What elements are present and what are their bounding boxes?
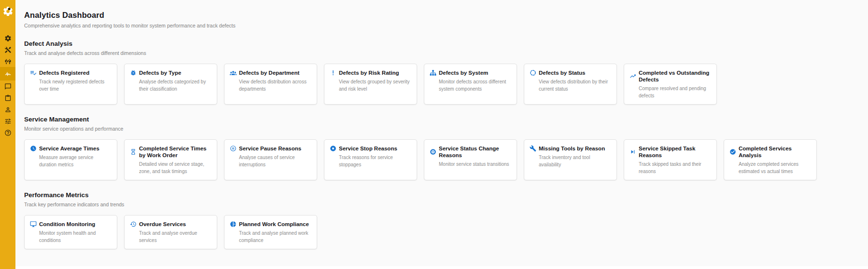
bug-icon-wrap [130, 69, 137, 76]
trending-up-icon-wrap [630, 73, 636, 80]
card-description: Track inventory and tool availability [539, 154, 611, 168]
card-completed-vs-outstanding-defects[interactable]: Completed vs Outstanding Defects Compare… [624, 64, 717, 105]
card-header: Planned Work Compliance [230, 221, 311, 228]
tools-icon [4, 46, 12, 54]
card-header: Service Pause Reasons [230, 145, 311, 152]
card-header: Defects by System [430, 69, 511, 76]
card-header: Overdue Services [130, 221, 211, 228]
tune-icon [4, 118, 12, 125]
section-performance-metrics: Performance Metrics Track key performanc… [24, 191, 859, 249]
card-defects-by-status[interactable]: Defects by Status View defects distribut… [524, 64, 617, 105]
app-logo[interactable] [2, 5, 14, 17]
card-overdue-services[interactable]: Overdue Services Track and analyse overd… [124, 215, 217, 249]
card-defects-registered[interactable]: Defects Registered Track newly registere… [24, 64, 117, 105]
section-service-management: Service Management Monitor service opera… [24, 115, 859, 180]
section-subtitle: Track and analyse defects across differe… [24, 50, 859, 56]
card-header: Completed Services Analysis [729, 145, 811, 159]
page-title: Analytics Dashboard [24, 10, 859, 20]
exclamation-icon-wrap [330, 69, 336, 76]
sidebar-item-help[interactable] [0, 127, 15, 138]
card-description: Measure average service duration metrics [39, 154, 111, 168]
card-header: Service Status Change Reasons [430, 145, 511, 159]
cog-icon [4, 35, 12, 42]
trending-up-icon [630, 73, 636, 80]
card-defects-by-department[interactable]: Defects by Department View defects distr… [224, 64, 317, 105]
section-subtitle: Monitor service operations and performan… [24, 126, 859, 132]
card-title: Missing Tools by Reason [539, 145, 605, 152]
section-title: Service Management [24, 115, 859, 124]
card-header: Service Skipped Task Reasons [630, 145, 711, 159]
wrench-icon-wrap [530, 145, 536, 152]
card-title: Completed Service Times by Work Order [139, 145, 211, 159]
card-title: Planned Work Compliance [239, 221, 309, 228]
card-service-skipped-task-reasons[interactable]: Service Skipped Task Reasons Track skipp… [624, 139, 717, 180]
card-description: Track skipped tasks and their reasons [639, 161, 711, 175]
card-title: Defects by Type [139, 69, 181, 76]
card-title: Defects by System [439, 69, 488, 76]
wrench-icon [530, 145, 536, 152]
card-title: Completed vs Outstanding Defects [639, 69, 711, 83]
card-defects-by-system[interactable]: Defects by System Monitor defects across… [424, 64, 517, 105]
card-description: Analyse causes of service interruptions [239, 154, 311, 168]
people-group-icon [230, 69, 237, 76]
sidebar-item-barrier[interactable] [0, 55, 15, 67]
clipboard-icon [4, 94, 12, 102]
main-content: Analytics Dashboard Comprehensive analyt… [15, 0, 868, 249]
card-description: Analyze completed services estimated vs … [739, 161, 811, 175]
card-description: Monitor defects across different system … [439, 78, 511, 93]
card-defects-by-type[interactable]: Defects by Type Analyse defects categori… [124, 64, 217, 105]
card-defects-by-risk-rating[interactable]: Defects by Risk Rating View defects grou… [324, 64, 417, 105]
sidebar-nav [0, 32, 15, 138]
card-row: Condition Monitoring Monitor system heal… [24, 215, 859, 249]
playlist-check-icon-wrap [30, 69, 37, 76]
card-description: Monitor service status transitions [439, 161, 511, 168]
sidebar-item-clipboard[interactable] [0, 92, 15, 104]
card-service-status-change-reasons[interactable]: Service Status Change Reasons Monitor se… [424, 139, 517, 180]
sidebar [0, 0, 15, 269]
card-service-stop-reasons[interactable]: Service Stop Reasons Track reasons for s… [324, 139, 417, 180]
history-clock-icon [130, 221, 137, 228]
skip-next-icon [630, 148, 636, 155]
card-header: Service Stop Reasons [330, 145, 411, 152]
app-logo-icon [2, 6, 14, 17]
check-circle-icon [729, 148, 736, 155]
card-service-average-times[interactable]: Service Average Times Measure average se… [24, 139, 117, 180]
sidebar-item-gear[interactable] [0, 32, 15, 44]
card-missing-tools-by-reason[interactable]: Missing Tools by Reason Track inventory … [524, 139, 617, 180]
exclamation-icon [330, 69, 336, 76]
section-subtitle: Track key performance indicators and tre… [24, 202, 859, 208]
bug-icon [130, 69, 137, 76]
card-title: Service Status Change Reasons [439, 145, 511, 159]
sidebar-item-analytics[interactable] [0, 67, 15, 81]
card-completed-services-analysis[interactable]: Completed Services Analysis Analyze comp… [724, 139, 817, 180]
card-header: Condition Monitoring [30, 221, 111, 228]
horizontal-scrollbar[interactable] [15, 266, 868, 269]
card-title: Condition Monitoring [39, 221, 95, 228]
card-header: Defects by Type [130, 69, 211, 76]
card-title: Defects by Status [539, 69, 586, 76]
card-condition-monitoring[interactable]: Condition Monitoring Monitor system heal… [24, 215, 117, 249]
card-description: View defects distribution by their curre… [539, 78, 611, 93]
stop-circle-icon [330, 145, 336, 152]
card-header: Defects by Status [530, 69, 611, 76]
card-title: Overdue Services [139, 221, 186, 228]
sidebar-item-settings[interactable] [0, 115, 15, 127]
person-icon [4, 106, 12, 113]
sidebar-item-user[interactable] [0, 104, 15, 115]
card-planned-work-compliance[interactable]: Planned Work Compliance Track and analys… [224, 215, 317, 249]
pause-circle-icon [230, 145, 237, 152]
people-group-icon-wrap [230, 69, 237, 76]
card-header: Missing Tools by Reason [530, 145, 611, 152]
cog-circle-icon [430, 148, 436, 155]
pie-chart-icon-wrap [230, 221, 237, 228]
sidebar-item-chat[interactable] [0, 81, 15, 92]
card-header: Service Average Times [30, 145, 111, 152]
card-service-pause-reasons[interactable]: Service Pause Reasons Analyse causes of … [224, 139, 317, 180]
card-title: Defects by Risk Rating [339, 69, 399, 76]
clock-icon-wrap [30, 145, 37, 152]
sidebar-item-tools[interactable] [0, 44, 15, 55]
page-subtitle: Comprehensive analytics and reporting to… [24, 23, 859, 29]
card-completed-service-times-by-work-order[interactable]: Completed Service Times by Work Order De… [124, 139, 217, 180]
cog-circle-icon-wrap [430, 148, 436, 155]
history-clock-icon-wrap [130, 221, 137, 228]
